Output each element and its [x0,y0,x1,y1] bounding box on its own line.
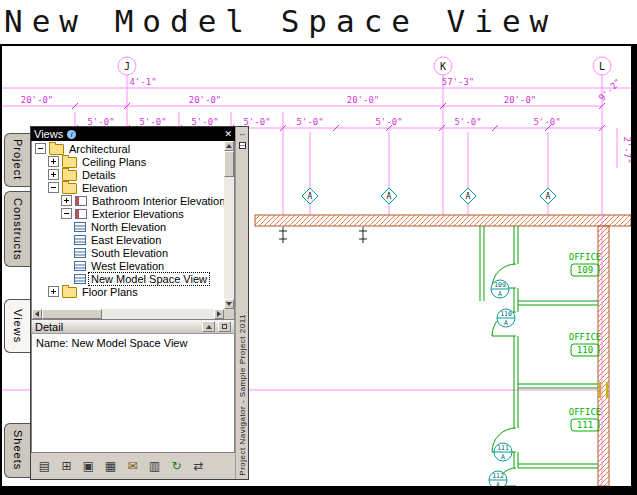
expand-icon[interactable] [61,195,72,206]
palette-titlebar[interactable]: Views i ✕ [31,127,235,141]
pin-icon[interactable] [218,321,231,332]
dim-label: 20'-0" [21,95,54,105]
sidebar-tab-sheets[interactable]: Sheets [4,423,30,478]
svg-text:OFFICE: OFFICE [569,332,602,342]
svg-text:109: 109 [577,265,593,275]
expand-icon[interactable] [48,286,59,297]
refresh-project-icon[interactable]: ↻ [166,456,187,477]
tree-item-label: West Elevation [89,260,166,272]
tree-item-label: South Elevation [89,247,170,259]
info-icon[interactable]: i [67,130,76,139]
scroll-right-icon[interactable] [214,309,224,319]
etransmit-icon[interactable]: ✉ [122,456,143,477]
tree-item-label: Architectural [67,143,132,155]
sidebar-tab-project[interactable]: Project [4,133,30,187]
view-drawing-icon [74,222,86,232]
scroll-left-icon[interactable] [32,309,42,319]
view-drawing-icon [74,248,86,258]
collapse-icon[interactable] [61,208,72,219]
close-icon[interactable]: ✕ [225,128,233,140]
views-tree: Architectural Ceiling Plans Details [31,141,235,320]
properties-icon[interactable] [239,142,246,149]
dim-label: 5'-0" [454,117,481,127]
project-navigator-palette: Views i ✕ Architectural Ceiling Plans [30,126,249,480]
copy-icon[interactable]: ▣ [78,456,99,477]
tree-item-label: Ceiling Plans [80,156,148,168]
folder-open-icon [62,183,77,194]
tree-item-label: Details [80,169,118,181]
scrollbar-corner [224,309,234,319]
palette-side-bar[interactable]: ↔ Project Navigator - Sample Project 201… [235,127,248,479]
view-drawing-icon [74,261,86,271]
column-marker-label: A [387,192,392,201]
new-category-icon[interactable]: ⊞ [56,456,77,477]
view-drawing-icon [74,274,86,284]
grid-bubble-label: J [124,61,130,72]
column-marker-label: A [308,192,313,201]
tree-item-label: Exterior Elevations [90,208,186,220]
dim-label: 57'-3" [442,77,475,87]
dim-label: 5'-0" [296,117,323,127]
tree-item-west-elevation[interactable]: West Elevation [32,259,224,272]
dim-label: 20'-0" [347,95,380,105]
tree-item-ceiling-plans[interactable]: Ceiling Plans [32,155,224,168]
new-view-drawing-icon[interactable]: ▤ [34,456,55,477]
publish-icon[interactable]: ▥ [144,456,165,477]
folder-open-icon [49,144,64,155]
svg-text:A: A [498,290,502,298]
dim-label: 5'-0" [375,117,402,127]
tree-item-exterior-elevations[interactable]: Exterior Elevations [32,207,224,220]
scroll-up-icon[interactable] [224,141,234,151]
tree-horizontal-scrollbar[interactable] [32,309,224,319]
tree-item-elevation[interactable]: Elevation [32,181,224,194]
expand-icon[interactable] [48,156,59,167]
folder-icon [62,170,77,181]
tree-item-architectural[interactable]: Architectural [32,142,224,155]
elevation-category-icon [75,209,87,219]
scrollbar-thumb[interactable] [224,151,234,177]
tree-item-label: East Elevation [89,234,163,246]
svg-text:112: 112 [492,472,504,480]
repath-xref-icon[interactable]: ⇄ [188,456,209,477]
dim-label: 2'-7" [622,136,632,163]
sidebar-tab-constructs[interactable]: Constructs [4,191,30,267]
detail-header: Detail [31,320,235,334]
folder-icon [62,287,77,298]
door-tag: 109 A [491,280,509,298]
detail-name-text: Name: New Model Space View [36,337,187,349]
tree-item-floor-plans[interactable]: Floor Plans [32,285,224,298]
tree-item-bathroom-interior-elevations[interactable]: Bathroom Interior Elevations [32,194,224,207]
detail-pane: Name: New Model Space View [31,334,235,453]
tree-item-label: Floor Plans [80,286,140,298]
detail-header-label: Detail [35,321,63,333]
svg-text:A: A [501,453,505,461]
tree-item-north-elevation[interactable]: North Elevation [32,220,224,233]
tree-vertical-scrollbar[interactable] [224,141,234,309]
page-title: New Model Space View [4,0,557,44]
tree-item-label: New Model Space View [89,273,209,285]
svg-text:OFFICE: OFFICE [569,407,602,417]
tree-item-east-elevation[interactable]: East Elevation [32,233,224,246]
palette-side-label: Project Navigator - Sample Project 2011 [238,314,247,476]
palette-toolbar: ▤ ⊞ ▣ ▦ ✉ ▥ ↻ ⇄ [31,453,235,479]
tree-item-label: North Elevation [89,221,168,233]
tab-label: Views [12,309,24,343]
autohide-icon[interactable]: ↔ [238,129,246,139]
expand-icon[interactable] [48,169,59,180]
scrollbar-thumb[interactable] [42,309,102,319]
paste-icon[interactable]: ▦ [100,456,121,477]
collapse-icon[interactable] [48,182,59,193]
grid-bubble-label: K [440,61,446,72]
tree-item-south-elevation[interactable]: South Elevation [32,246,224,259]
collapse-icon[interactable] [35,143,46,154]
column-marker-label: A [546,192,551,201]
scroll-down-icon[interactable] [224,299,234,309]
tree-item-new-model-space-view[interactable]: New Model Space View [32,272,224,285]
tree-item-details[interactable]: Details [32,168,224,181]
collapse-detail-icon[interactable] [202,321,215,332]
sidebar-tab-views[interactable]: Views [4,299,30,353]
dim-label: 5'-0" [533,117,560,127]
door-tag: 110 A [497,309,515,327]
application-window: J K L 4'-1" 57'-3" 20'-0" 20'-0" 20'-0" … [0,0,637,495]
svg-text:OFFICE: OFFICE [569,252,602,262]
